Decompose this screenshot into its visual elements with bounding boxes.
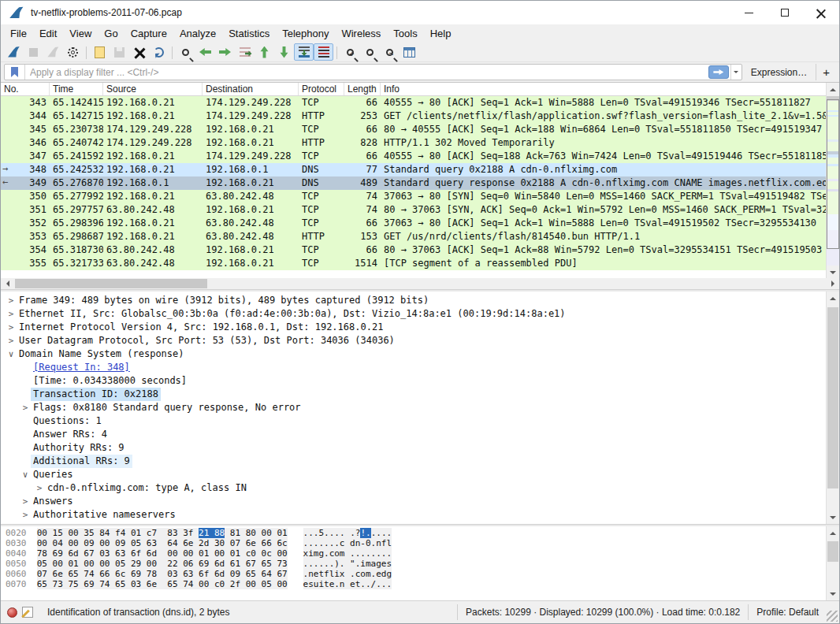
expander-collapsed-icon[interactable]: > [6, 307, 17, 321]
detail-row[interactable]: >Answers [1, 495, 839, 508]
profile-status[interactable]: Profile: Default [748, 604, 827, 620]
detail-row[interactable]: >Ethernet II, Src: Globalsc_00:3b:0a (f0… [1, 307, 839, 321]
open-file-button[interactable] [90, 43, 110, 61]
add-filter-button[interactable]: + [816, 64, 836, 80]
scroll-right-icon[interactable] [826, 278, 839, 289]
apply-filter-button[interactable] [708, 65, 729, 79]
column-header-no[interactable]: No. [1, 83, 50, 95]
details-vscrollbar[interactable] [826, 292, 839, 524]
packet-row[interactable]: 35165.29775763.80.242.48192.168.0.21TCP7… [1, 203, 839, 217]
menu-item-wireless[interactable]: Wireless [335, 25, 387, 42]
start-capture-button[interactable] [4, 43, 24, 61]
packet-row-selected[interactable]: ←34965.276870192.168.0.1192.168.0.21DNS4… [1, 176, 839, 190]
hex-row[interactable]: 0020 00 15 00 35 84 f4 01 c7 83 3f 21 88… [6, 528, 839, 538]
details-scroll-thumb[interactable] [827, 307, 838, 488]
column-header-destination[interactable]: Destination [203, 83, 299, 95]
scroll-down-icon[interactable] [827, 266, 839, 279]
detail-row[interactable]: ∨Queries [1, 468, 839, 481]
column-header-info[interactable]: Info [381, 83, 839, 95]
bytes-vscrollbar[interactable] [826, 526, 839, 600]
expander-collapsed-icon[interactable]: > [6, 321, 17, 334]
menu-item-go[interactable]: Go [98, 25, 124, 42]
detail-row[interactable]: >Internet Protocol Version 4, Src: 192.1… [1, 321, 839, 334]
expression-button[interactable]: Expression… [746, 67, 812, 78]
detail-row[interactable]: Additional RRs: 9 [1, 455, 839, 468]
intelligent-scrollbar-minimap[interactable] [827, 96, 839, 266]
auto-scroll-button[interactable] [294, 43, 314, 61]
go-first-button[interactable] [255, 43, 274, 61]
detail-row[interactable]: >Frame 349: 489 bytes on wire (3912 bits… [1, 294, 839, 307]
close-button[interactable] [803, 1, 839, 24]
bytes-scroll-down-icon[interactable] [827, 587, 839, 600]
packet-row[interactable]: 34365.142415192.168.0.21174.129.249.228T… [1, 96, 839, 110]
menu-item-file[interactable]: File [4, 25, 33, 42]
resize-columns-button[interactable] [400, 43, 419, 61]
menu-item-analyze[interactable]: Analyze [173, 25, 222, 42]
menu-item-tools[interactable]: Tools [387, 25, 423, 42]
expander-expanded-icon[interactable]: ∨ [6, 347, 17, 361]
expander-collapsed-icon[interactable]: > [34, 481, 45, 495]
capture-comment-icon[interactable] [22, 607, 33, 618]
hex-row[interactable]: 0030 00 04 00 09 00 09 05 63 64 6e 2d 30… [6, 538, 839, 548]
find-packet-button[interactable] [176, 43, 195, 61]
packet-row[interactable]: 35265.298396192.168.0.2163.80.242.48TCP6… [1, 217, 839, 230]
expander-collapsed-icon[interactable]: > [6, 334, 17, 347]
close-file-button[interactable] [129, 43, 149, 61]
reload-file-button[interactable] [149, 43, 169, 61]
bytes-scroll-up-icon[interactable] [827, 526, 839, 540]
scroll-up-icon[interactable] [827, 83, 839, 96]
zoom-in-button[interactable] [340, 43, 360, 61]
go-to-packet-button[interactable] [235, 43, 255, 61]
column-header-protocol[interactable]: Protocol [299, 83, 344, 95]
vscroll-thumb[interactable] [827, 99, 839, 249]
filter-history-dropdown[interactable] [730, 65, 742, 80]
expander-collapsed-icon[interactable]: > [6, 294, 17, 307]
hex-row[interactable]: 0050 05 00 01 00 00 05 29 00 22 06 69 6d… [6, 559, 839, 569]
expander-collapsed-icon[interactable]: > [20, 508, 31, 522]
minimize-button[interactable] [730, 1, 767, 24]
packet-list-hscrollbar[interactable] [1, 278, 826, 289]
column-header-source[interactable]: Source [103, 83, 203, 95]
go-last-button[interactable] [274, 43, 294, 61]
restart-capture-button[interactable] [43, 43, 63, 61]
detail-row[interactable]: Authority RRs: 9 [1, 441, 839, 455]
maximize-button[interactable] [767, 1, 803, 24]
packet-row[interactable]: 34465.142715192.168.0.21174.129.249.228H… [1, 110, 839, 123]
zoom-out-button[interactable] [360, 43, 380, 61]
detail-row[interactable]: >cdn-0.nflximg.com: type A, class IN [1, 481, 839, 495]
expander-collapsed-icon[interactable]: > [20, 401, 31, 414]
capture-options-button[interactable] [63, 43, 83, 61]
detail-row[interactable]: ∨Domain Name System (response) [1, 347, 839, 361]
go-forward-button[interactable] [215, 43, 235, 61]
menu-item-edit[interactable]: Edit [33, 25, 63, 42]
detail-row[interactable]: >Flags: 0x8180 Standard query response, … [1, 401, 839, 414]
detail-row[interactable]: >User Datagram Protocol, Src Port: 53 (5… [1, 334, 839, 347]
menu-item-statistics[interactable]: Statistics [222, 25, 276, 42]
bytes-scroll-thumb[interactable] [827, 541, 838, 562]
packet-row[interactable]: 35365.298687192.168.0.2163.80.242.48HTTP… [1, 230, 839, 243]
resize-grip[interactable] [827, 611, 838, 622]
hscroll-thumb[interactable] [15, 279, 207, 288]
stop-capture-button[interactable] [24, 43, 43, 61]
details-scroll-up-icon[interactable] [827, 292, 839, 305]
expander-collapsed-icon[interactable]: > [20, 495, 31, 508]
filter-bookmark-button[interactable] [5, 65, 25, 80]
packet-row[interactable]: 35565.32173363.80.242.48192.168.0.21TCP1… [1, 257, 839, 270]
colorize-button[interactable] [314, 43, 333, 61]
column-header-length[interactable]: Length [344, 83, 381, 95]
menu-item-help[interactable]: Help [424, 25, 458, 42]
detail-row[interactable]: Questions: 1 [1, 414, 839, 428]
detail-row[interactable]: >Authoritative nameservers [1, 508, 839, 522]
details-scroll-down-icon[interactable] [827, 511, 839, 524]
column-header-time[interactable]: Time [50, 83, 103, 95]
packet-row[interactable]: 34665.240742174.129.249.228192.168.0.21H… [1, 136, 839, 150]
packet-row[interactable]: 34565.230738174.129.249.228192.168.0.21T… [1, 123, 839, 136]
packet-row[interactable]: 35065.277992192.168.0.2163.80.242.48TCP7… [1, 190, 839, 203]
go-back-button[interactable] [195, 43, 215, 61]
hex-row[interactable]: 0070 65 73 75 69 74 65 03 6e 65 74 00 c0… [6, 579, 839, 589]
detail-row[interactable]: [Time: 0.034338000 seconds] [1, 374, 839, 388]
menu-item-telephony[interactable]: Telephony [276, 25, 335, 42]
detail-row[interactable]: Answer RRs: 4 [1, 428, 839, 441]
menu-item-view[interactable]: View [63, 25, 98, 42]
detail-row[interactable]: Transaction ID: 0x2188 [1, 388, 839, 401]
